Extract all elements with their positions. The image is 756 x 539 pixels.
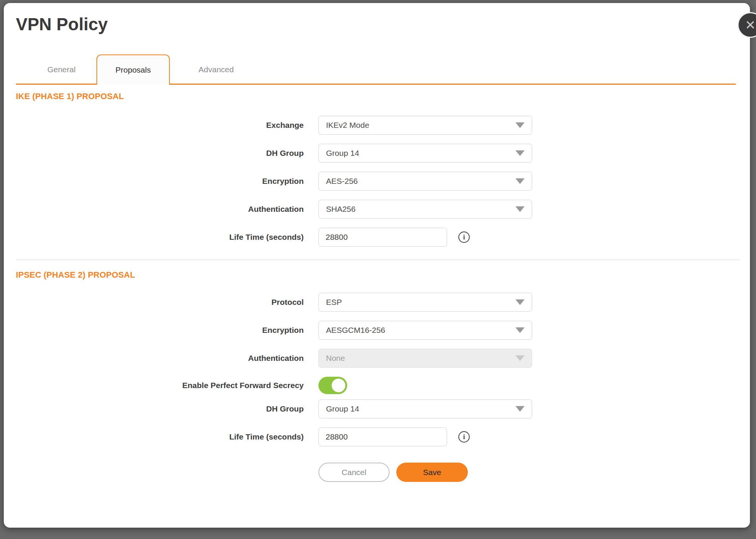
section-divider [16, 259, 740, 260]
ipsec-authentication-select-disabled: None [318, 349, 532, 368]
protocol-label: Protocol [4, 298, 304, 307]
info-icon[interactable]: i [458, 431, 470, 443]
protocol-row: Protocol ESP [4, 293, 750, 312]
ike-life-time-row: Life Time (seconds) i [4, 228, 750, 247]
tab-proposals-label: Proposals [115, 65, 151, 75]
tab-proposals[interactable]: Proposals [96, 54, 170, 85]
exchange-selected-value: IKEv2 Mode [326, 121, 369, 130]
page-title: VPN Policy [16, 14, 750, 35]
close-icon: ✕ [745, 19, 756, 31]
vpn-policy-dialog: VPN Policy General Proposals Advanced IK… [4, 3, 750, 528]
toggle-knob [332, 379, 345, 392]
tab-general[interactable]: General [26, 54, 96, 85]
caret-down-icon [515, 179, 525, 184]
ike-authentication-selected-value: SHA256 [326, 205, 355, 214]
ipsec-encryption-label: Encryption [4, 326, 304, 335]
ipsec-life-time-row: Life Time (seconds) i [4, 427, 750, 446]
tab-advanced-label: Advanced [199, 65, 234, 74]
exchange-label: Exchange [4, 121, 304, 130]
ike-encryption-selected-value: AES-256 [326, 177, 358, 186]
dialog-footer: Cancel Save [318, 463, 750, 482]
ike-life-time-input[interactable] [318, 228, 447, 247]
ike-life-time-label: Life Time (seconds) [4, 233, 304, 242]
info-icon[interactable]: i [458, 231, 470, 243]
ipsec-section: Protocol ESP Encryption AESGCM16-256 Aut… [4, 293, 750, 446]
ike-dh-group-label: DH Group [4, 149, 304, 158]
ike-encryption-row: Encryption AES-256 [4, 172, 750, 191]
protocol-selected-value: ESP [326, 298, 342, 307]
save-button[interactable]: Save [396, 463, 468, 482]
ike-dh-group-row: DH Group Group 14 [4, 144, 750, 163]
caret-down-icon [515, 356, 525, 361]
ipsec-life-time-label: Life Time (seconds) [4, 432, 304, 441]
ipsec-encryption-selected-value: AESGCM16-256 [326, 326, 385, 335]
ike-authentication-label: Authentication [4, 205, 304, 214]
ipsec-encryption-select[interactable]: AESGCM16-256 [318, 321, 532, 340]
ike-section-heading: IKE (PHASE 1) PROPOSAL [16, 92, 750, 101]
ike-authentication-select[interactable]: SHA256 [318, 200, 532, 219]
enable-pfs-toggle[interactable] [318, 377, 347, 394]
ipsec-section-heading: IPSEC (PHASE 2) PROPOSAL [16, 270, 750, 280]
caret-down-icon [515, 328, 525, 333]
ike-dh-group-selected-value: Group 14 [326, 149, 359, 158]
info-icon-glyph: i [463, 233, 465, 241]
pfs-row: Enable Perfect Forward Secrecy [4, 377, 750, 394]
ipsec-dh-group-label: DH Group [4, 404, 304, 413]
ipsec-authentication-row: Authentication None [4, 349, 750, 368]
pfs-label: Enable Perfect Forward Secrecy [4, 381, 304, 390]
info-icon-glyph: i [463, 433, 465, 441]
ike-authentication-row: Authentication SHA256 [4, 200, 750, 219]
tab-bar: General Proposals Advanced [16, 54, 736, 85]
ike-encryption-select[interactable]: AES-256 [318, 172, 532, 191]
ipsec-authentication-selected-value: None [326, 354, 345, 363]
protocol-select[interactable]: ESP [318, 293, 532, 312]
caret-down-icon [515, 207, 525, 212]
ipsec-authentication-label: Authentication [4, 354, 304, 363]
caret-down-icon [515, 300, 525, 305]
caret-down-icon [515, 406, 525, 412]
ipsec-dh-group-row: DH Group Group 14 [4, 399, 750, 418]
ike-encryption-label: Encryption [4, 177, 304, 186]
ipsec-dh-group-selected-value: Group 14 [326, 404, 359, 413]
tab-advanced[interactable]: Advanced [179, 54, 253, 85]
ipsec-encryption-row: Encryption AESGCM16-256 [4, 321, 750, 340]
ike-section: Exchange IKEv2 Mode DH Group Group 14 En… [4, 116, 750, 247]
cancel-button[interactable]: Cancel [318, 463, 390, 482]
caret-down-icon [515, 123, 525, 128]
caret-down-icon [515, 151, 525, 156]
exchange-select[interactable]: IKEv2 Mode [318, 116, 532, 135]
exchange-row: Exchange IKEv2 Mode [4, 116, 750, 135]
tab-general-label: General [47, 65, 76, 74]
ipsec-life-time-input[interactable] [318, 427, 447, 446]
ipsec-dh-group-select[interactable]: Group 14 [318, 399, 532, 418]
ike-dh-group-select[interactable]: Group 14 [318, 144, 532, 163]
